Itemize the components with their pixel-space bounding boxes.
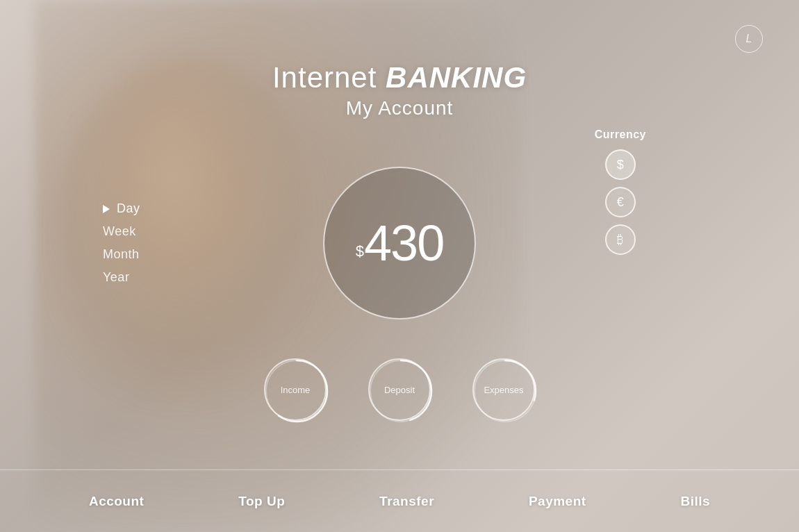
nav-day[interactable]: Day xyxy=(103,201,140,216)
title-section: Internet BANKING My Account xyxy=(272,61,527,119)
nav-year[interactable]: Year xyxy=(103,270,140,285)
logo-letter: L xyxy=(746,33,752,45)
nav-month[interactable]: Month xyxy=(103,247,140,262)
nav-week[interactable]: Week xyxy=(103,224,140,239)
currency-btc[interactable]: ₿ xyxy=(605,224,636,255)
deposit-circle[interactable]: Deposit xyxy=(368,358,431,421)
currency-panel: Currency $ € ₿ xyxy=(595,128,646,255)
balance-amount: 430 xyxy=(364,215,443,271)
currency-buttons: $ € ₿ xyxy=(595,149,646,255)
logo-icon[interactable]: L xyxy=(735,25,763,53)
main-title-line1: Internet BANKING xyxy=(272,61,527,94)
nav-year-label: Year xyxy=(103,270,129,285)
nav-week-label: Week xyxy=(103,224,136,239)
currency-panel-label: Currency xyxy=(595,128,646,141)
title-prefix: Internet xyxy=(272,61,386,94)
nav-month-label: Month xyxy=(103,247,140,262)
currency-usd[interactable]: $ xyxy=(605,149,636,180)
nav-payment[interactable]: Payment xyxy=(529,494,586,509)
nav-bills[interactable]: Bills xyxy=(680,494,710,509)
play-icon xyxy=(103,205,110,213)
ui-overlay: L Internet BANKING My Account Day Week M… xyxy=(0,0,799,532)
income-circle[interactable]: Income xyxy=(264,358,327,421)
currency-symbol: $ xyxy=(356,242,364,260)
expenses-circle[interactable]: Expenses xyxy=(472,358,535,421)
main-title-line2: My Account xyxy=(272,97,527,119)
nav-transfer[interactable]: Transfer xyxy=(379,494,434,509)
stat-circles: Income Deposit Expenses xyxy=(264,358,535,421)
time-nav: Day Week Month Year xyxy=(103,201,140,285)
currency-eur[interactable]: € xyxy=(605,187,636,217)
bottom-nav: Account Top Up Transfer Payment Bills xyxy=(0,469,799,532)
nav-topup[interactable]: Top Up xyxy=(238,494,285,509)
nav-account[interactable]: Account xyxy=(89,494,145,509)
balance-circle: $430 xyxy=(323,167,476,319)
title-bold: BANKING xyxy=(386,61,527,94)
amount-display: $430 xyxy=(356,215,443,272)
nav-day-label: Day xyxy=(117,201,140,216)
